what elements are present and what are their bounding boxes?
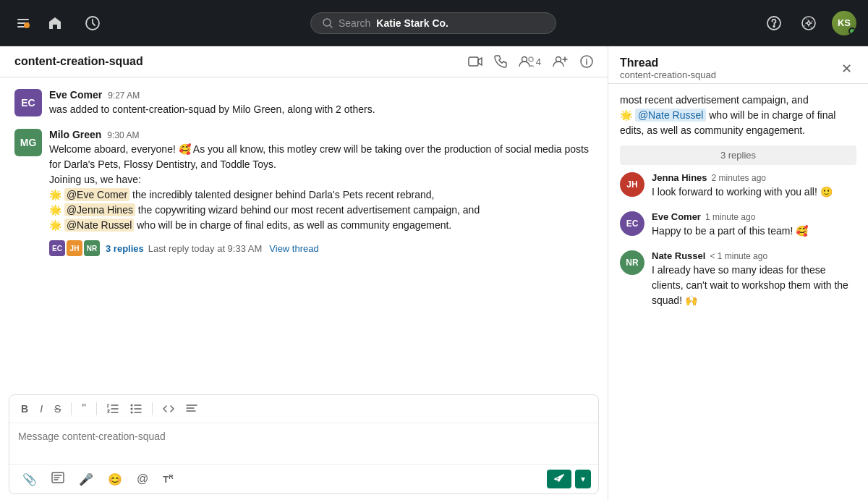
thread-header: Thread content-creation-squad ✕: [608, 46, 868, 84]
unordered-list-button[interactable]: [126, 401, 146, 417]
video-icon[interactable]: [468, 56, 482, 67]
reply-avatar-2: JH: [67, 240, 82, 256]
milo-line1: Welcome aboard, everyone! 🥰 As you all k…: [49, 143, 589, 170]
reply-avatars: EC JH NR: [49, 240, 101, 256]
thread-msg-time: 1 minute ago: [705, 212, 755, 222]
svg-point-15: [131, 404, 133, 407]
message-row: EC Eve Comer 9:27 AM was added to conten…: [14, 89, 593, 117]
milo-line3-post: the incredibly talented designer behind …: [129, 189, 434, 200]
thread-avatar-jenna: JH: [620, 172, 644, 197]
thread-message-row: EC Eve Comer 1 minute ago Happy to be a …: [620, 211, 856, 239]
thread-msg-header: Eve Comer 1 minute ago: [652, 211, 808, 222]
avatar: MG: [14, 129, 42, 156]
code-button[interactable]: [158, 402, 179, 416]
message-input[interactable]: [9, 423, 598, 461]
member-count: 4: [536, 56, 541, 67]
add-member-icon[interactable]: [553, 56, 569, 67]
thread-msg-text: Happy to be a part of this team! 🥰: [652, 224, 808, 239]
message-content: Eve Comer 9:27 AM was added to content-c…: [49, 89, 593, 117]
send-dropdown[interactable]: ▾: [575, 470, 591, 488]
nav-icons: [12, 12, 67, 35]
strikethrough-button[interactable]: S: [50, 400, 65, 418]
chat-panel: content-creation-squad: [0, 46, 608, 500]
attachment-button[interactable]: 📎: [17, 470, 43, 489]
mention-jenna: @Jenna Hines: [64, 203, 135, 216]
thread-msg-author: Jenna Hines: [652, 172, 707, 183]
continuation-2-pre: 🌟: [620, 109, 635, 121]
audio-button[interactable]: 🎤: [73, 470, 99, 489]
thread-mention-nate: @Nate Russel: [635, 109, 706, 122]
message-header: Eve Comer 9:27 AM: [49, 89, 593, 101]
user-avatar[interactable]: KS: [832, 11, 856, 35]
send-button[interactable]: [547, 470, 571, 488]
thread-msg-time: 2 minutes ago: [712, 173, 766, 183]
topbar-right: KS: [762, 11, 856, 35]
help-icon[interactable]: [762, 12, 786, 35]
milo-line4-pre: 🌟: [49, 204, 64, 216]
channel-header: content-creation-squad: [0, 46, 608, 77]
milo-line5-pre: 🌟: [49, 219, 64, 231]
toolbar-divider: [152, 402, 153, 415]
milo-line5-post: who will be in charge of final edits, as…: [134, 219, 451, 231]
search-area: Search Katie Stark Co.: [113, 12, 754, 34]
thread-title: Thread: [620, 56, 716, 69]
replies-divider: 3 replies: [620, 145, 856, 165]
members-icon[interactable]: 4: [519, 56, 541, 67]
block-quote-button[interactable]: [182, 402, 202, 416]
emoji-button[interactable]: 😊: [102, 470, 128, 489]
thread-channel-name: content-creation-squad: [620, 69, 716, 80]
svg-rect-10: [469, 57, 478, 66]
thread-close-button[interactable]: ✕: [836, 59, 856, 79]
svg-point-16: [131, 408, 133, 410]
replies-row: EC JH NR 3 replies Last reply today at 9…: [49, 237, 593, 259]
thread-msg-author: Nate Russel: [652, 250, 705, 261]
view-thread-link[interactable]: View thread: [269, 243, 318, 254]
mention-button[interactable]: @: [131, 470, 154, 488]
thread-title-area: Thread content-creation-squad: [620, 56, 716, 80]
svg-point-8: [802, 17, 815, 30]
message-body: was added to content-creation-squad by M…: [49, 103, 375, 115]
thread-msg-content: Nate Russel < 1 minute ago I already hav…: [652, 250, 856, 308]
replies-count[interactable]: 3 replies: [106, 243, 144, 254]
mention-nate: @Nate Russel: [64, 219, 134, 232]
message-row: MG Milo Green 9:30 AM Welcome aboard, ev…: [14, 129, 593, 259]
svg-point-17: [131, 412, 133, 414]
history-icon[interactable]: [81, 12, 104, 35]
thread-message-row: NR Nate Russel < 1 minute ago I already …: [620, 250, 856, 308]
milo-line3-pre: 🌟: [49, 189, 64, 200]
thread-message-row: JH Jenna Hines 2 minutes ago I look forw…: [620, 172, 856, 200]
quote-button[interactable]: ": [77, 399, 90, 418]
continuation-1: most recent advertisement campaign, and: [620, 94, 809, 106]
search-placeholder: Search: [339, 17, 370, 29]
search-bar[interactable]: Search Katie Stark Co.: [310, 12, 556, 34]
ordered-list-button[interactable]: [103, 401, 123, 417]
thread-messages[interactable]: most recent advertisement campaign, and …: [608, 84, 868, 500]
thread-msg-header: Nate Russel < 1 minute ago: [652, 250, 856, 261]
svg-point-12: [529, 57, 533, 62]
messages-area[interactable]: EC Eve Comer 9:27 AM was added to conten…: [0, 77, 608, 394]
italic-button[interactable]: I: [35, 400, 47, 418]
online-indicator: [848, 27, 856, 35]
avatar: EC: [14, 89, 42, 116]
thread-msg-author: Eve Comer: [652, 211, 701, 222]
hamburger-icon[interactable]: [12, 12, 35, 35]
message-author: Eve Comer: [49, 89, 102, 101]
message-text: was added to content-creation-squad by M…: [49, 102, 593, 117]
info-icon[interactable]: [580, 55, 593, 68]
replies-meta: Last reply today at 9:33 AM: [148, 243, 263, 254]
home-icon[interactable]: [43, 12, 67, 35]
svg-point-9: [807, 22, 810, 25]
thread-panel: Thread content-creation-squad ✕ most rec…: [608, 46, 868, 500]
svg-rect-0: [17, 19, 29, 20]
composer-area: B I S ": [9, 394, 599, 494]
ai-icon[interactable]: [797, 12, 820, 35]
send-area: ▾: [547, 470, 591, 488]
channel-actions: 4: [468, 55, 593, 68]
phone-icon[interactable]: [494, 55, 507, 68]
thread-msg-time: < 1 minute ago: [710, 251, 767, 261]
text-format-button[interactable]: TR: [157, 470, 179, 488]
bold-button[interactable]: B: [17, 400, 33, 418]
snippet-button[interactable]: [46, 469, 70, 489]
toolbar-divider: [96, 402, 97, 415]
svg-point-7: [773, 25, 775, 27]
